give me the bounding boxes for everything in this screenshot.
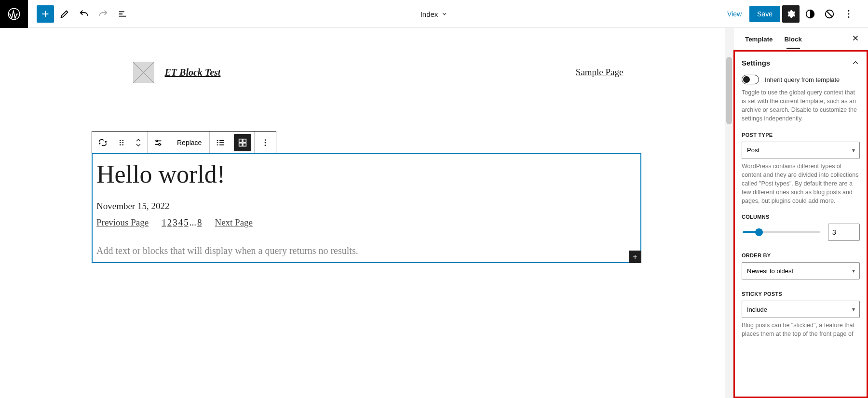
svg-point-14 — [156, 140, 158, 142]
site-title[interactable]: ET Block Test — [165, 67, 221, 78]
move-buttons[interactable] — [130, 132, 147, 154]
post-title[interactable]: Hello world! — [96, 160, 637, 188]
settings-panel-toggle[interactable]: Settings — [742, 58, 860, 67]
no-results-placeholder[interactable]: Add text or blocks that will display whe… — [96, 245, 637, 256]
svg-point-5 — [848, 16, 850, 17]
pagination-next[interactable]: Next Page — [215, 217, 253, 228]
svg-point-4 — [848, 13, 850, 14]
settings-button[interactable] — [782, 5, 800, 23]
scrollbar-thumb[interactable] — [726, 57, 732, 124]
drag-handle[interactable] — [113, 132, 130, 154]
plus-icon — [632, 253, 638, 261]
pagination-prev[interactable]: Previous Page — [96, 217, 149, 228]
svg-point-3 — [848, 10, 850, 12]
sticky-posts-description: Blog posts can be "stickied", a feature … — [742, 321, 860, 338]
settings-panel-title: Settings — [742, 59, 770, 67]
post-type-label: POST TYPE — [742, 132, 860, 138]
pencil-icon — [59, 9, 70, 19]
chevron-up-icon — [135, 138, 142, 143]
kebab-icon — [843, 9, 854, 19]
svg-point-10 — [120, 142, 121, 144]
post-type-description: WordPress contains different types of co… — [742, 162, 860, 206]
sidebar-tabs: Template Block — [733, 28, 868, 50]
svg-point-15 — [159, 144, 161, 146]
sticky-posts-select[interactable]: Include — [742, 301, 860, 318]
svg-point-20 — [265, 139, 266, 141]
canvas-scrollbar[interactable] — [725, 28, 733, 398]
plus-icon — [40, 9, 51, 19]
layout-list-button[interactable] — [210, 132, 231, 154]
chevron-down-icon — [441, 11, 448, 17]
tab-template[interactable]: Template — [739, 29, 779, 49]
settings-panel-highlight: Settings Inherit query from template Tog… — [733, 50, 868, 398]
list-view-icon — [117, 9, 128, 19]
replace-button[interactable]: Replace — [169, 132, 209, 154]
more-options-button[interactable] — [840, 5, 857, 23]
sliders-icon — [153, 137, 163, 148]
post-date: November 15, 2022 — [96, 201, 637, 212]
close-icon — [851, 34, 860, 42]
view-button[interactable]: View — [721, 6, 747, 22]
svg-point-6 — [99, 143, 100, 144]
svg-point-8 — [120, 140, 121, 141]
svg-point-12 — [120, 144, 121, 146]
site-logo-placeholder[interactable] — [133, 62, 154, 83]
save-button[interactable]: Save — [749, 6, 780, 22]
display-settings-button[interactable] — [148, 132, 169, 154]
wordpress-logo[interactable] — [0, 0, 28, 28]
site-header: ET Block Test Sample Page — [105, 62, 628, 83]
columns-slider[interactable] — [743, 231, 820, 233]
append-block-button[interactable] — [629, 251, 641, 263]
chevron-down-icon — [135, 143, 142, 147]
undo-button[interactable] — [75, 5, 93, 23]
inherit-query-toggle[interactable] — [742, 75, 759, 84]
add-block-button[interactable] — [37, 5, 54, 23]
top-toolbar: Index View Save — [0, 0, 868, 28]
pagination-numbers[interactable]: 12345...8 — [161, 217, 202, 228]
list-layout-icon — [215, 137, 226, 148]
block-toolbar: Replace — [92, 131, 276, 154]
kebab-icon — [260, 137, 271, 148]
drag-icon — [116, 137, 127, 148]
svg-point-22 — [265, 145, 266, 146]
inherit-query-label: Inherit query from template — [765, 76, 840, 83]
query-loop-icon — [97, 137, 108, 148]
redo-icon — [98, 9, 108, 19]
post-type-select[interactable]: Post — [742, 142, 860, 159]
svg-rect-18 — [239, 143, 242, 146]
document-title-dropdown[interactable]: Index — [420, 0, 448, 28]
block-more-options-button[interactable] — [255, 132, 276, 154]
edit-button[interactable] — [56, 5, 73, 23]
columns-label: COLUMNS — [742, 214, 860, 220]
settings-sidebar: Template Block Settings Inherit query fr… — [733, 28, 868, 398]
pagination: Previous Page 12345...8 Next Page — [96, 217, 637, 228]
svg-rect-19 — [243, 143, 246, 146]
block-type-button[interactable] — [92, 132, 113, 154]
wordpress-icon — [7, 7, 21, 21]
inherit-query-description: Toggle to use the global query context t… — [742, 88, 860, 123]
list-view-button[interactable] — [114, 5, 131, 23]
nav-link-sample-page[interactable]: Sample Page — [576, 67, 624, 78]
svg-point-7 — [106, 141, 107, 142]
no-title-button[interactable] — [821, 5, 838, 23]
no-icon — [824, 9, 835, 19]
gear-icon — [786, 9, 796, 19]
tab-block[interactable]: Block — [779, 29, 808, 49]
svg-rect-16 — [239, 139, 242, 142]
svg-point-11 — [122, 142, 123, 144]
layout-grid-button[interactable] — [234, 134, 251, 151]
svg-point-13 — [122, 144, 123, 146]
styles-button[interactable] — [801, 5, 819, 23]
columns-input[interactable] — [828, 224, 860, 241]
grid-layout-icon — [237, 137, 248, 148]
chevron-up-icon — [851, 58, 860, 67]
redo-button[interactable] — [95, 5, 112, 23]
query-loop-block[interactable]: Hello world! November 15, 2022 Previous … — [92, 153, 641, 263]
close-sidebar-button[interactable] — [848, 31, 863, 47]
order-by-label: ORDER BY — [742, 252, 860, 258]
order-by-select[interactable]: Newest to oldest — [742, 262, 860, 279]
svg-point-9 — [122, 140, 123, 141]
editor-canvas[interactable]: ET Block Test Sample Page — [0, 28, 733, 398]
svg-rect-17 — [243, 139, 246, 142]
undo-icon — [79, 9, 89, 19]
